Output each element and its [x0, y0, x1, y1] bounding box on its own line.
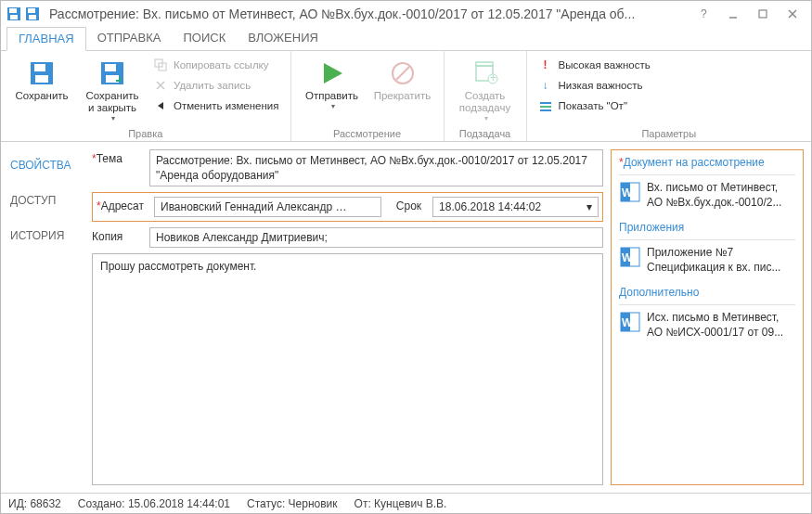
- svg-line-22: [396, 67, 409, 80]
- high-priority-button[interactable]: ! Высокая важность: [535, 55, 654, 75]
- subtask-button[interactable]: + Создать подзадачу ▾: [452, 55, 519, 126]
- dropdown-icon: ▾: [586, 200, 592, 213]
- chevron-down-icon: ▾: [111, 114, 115, 122]
- rp-document-item[interactable]: W Вх. письмо от Метинвест,АО №Вх.бух.док…: [619, 181, 795, 210]
- copy-link-button[interactable]: Копировать ссылку: [149, 55, 283, 75]
- svg-rect-8: [759, 10, 767, 18]
- delete-button[interactable]: Удалить запись: [149, 75, 283, 96]
- deadline-label: Срок: [387, 197, 427, 215]
- show-from-icon: [538, 98, 553, 113]
- delete-icon: [153, 78, 168, 93]
- status-id: ИД: 68632: [8, 497, 61, 510]
- arrow-down-icon: ↓: [538, 78, 553, 93]
- chevron-down-icon: ▾: [331, 102, 335, 110]
- close-button[interactable]: [780, 5, 806, 23]
- subject-input[interactable]: Рассмотрение: Вх. письмо от Метинвест, А…: [149, 149, 603, 186]
- minimize-button[interactable]: [720, 5, 746, 23]
- rp-attachment-item[interactable]: W Приложение №7Спецификация к вх. пис...: [619, 246, 795, 275]
- status-state: Статус: Черновик: [247, 497, 338, 510]
- save-label: Сохранить: [15, 90, 68, 102]
- tab-search[interactable]: ПОИСК: [172, 27, 237, 50]
- svg-rect-4: [28, 8, 35, 13]
- word-icon: W: [619, 181, 641, 203]
- subtask-group-label: Подзадача: [452, 126, 519, 139]
- rp-header-attachments: Приложения: [619, 221, 795, 240]
- help-button[interactable]: ?: [690, 5, 716, 23]
- save-icon: [27, 58, 57, 88]
- tab-main[interactable]: ГЛАВНАЯ: [6, 27, 86, 51]
- svg-text:W: W: [622, 186, 633, 199]
- svg-rect-5: [29, 15, 36, 19]
- subtask-icon: +: [470, 58, 500, 88]
- word-icon: W: [619, 311, 641, 333]
- play-icon: [317, 58, 347, 88]
- svg-rect-28: [540, 106, 551, 108]
- params-group-label: Параметры: [535, 126, 805, 139]
- status-from: От: Кунцевич В.В.: [354, 497, 447, 510]
- status-created: Создано: 15.06.2018 14:44:01: [78, 497, 230, 510]
- svg-rect-29: [540, 109, 551, 111]
- body-textarea[interactable]: Прошу рассмотреть документ.: [92, 253, 603, 485]
- svg-rect-1: [9, 8, 17, 13]
- copy-label: Копия: [92, 227, 144, 243]
- tab-attach[interactable]: ВЛОЖЕНИЯ: [237, 27, 329, 50]
- stop-icon: [388, 58, 418, 88]
- send-button[interactable]: Отправить ▾: [299, 55, 366, 114]
- edit-group-label: Правка: [8, 126, 283, 139]
- subject-label: *Тема: [92, 149, 144, 165]
- rp-header-review-doc: *Документ на рассмотрение: [619, 156, 795, 175]
- svg-text:+: +: [490, 71, 496, 84]
- addressee-label: *Адресат: [97, 197, 148, 212]
- svg-rect-24: [476, 62, 493, 66]
- quick-save-alt-icon[interactable]: [25, 6, 40, 21]
- svg-text:W: W: [622, 316, 633, 329]
- undo-icon: [153, 98, 168, 113]
- rp-header-additional: Дополнительно: [619, 286, 795, 305]
- save-close-icon: [97, 58, 127, 88]
- stop-button[interactable]: Прекратить: [369, 55, 436, 106]
- tab-send[interactable]: ОТПРАВКА: [86, 27, 173, 50]
- svg-rect-2: [10, 15, 18, 19]
- rp-additional-item[interactable]: W Исх. письмо в Метинвест,АО №ИСХ-0001/1…: [619, 311, 795, 340]
- svg-rect-12: [34, 64, 45, 71]
- svg-rect-27: [540, 102, 551, 104]
- show-from-button[interactable]: Показать "От": [535, 96, 654, 116]
- svg-text:?: ?: [701, 8, 707, 19]
- copy-input[interactable]: Новиков Александр Дмитриевич;: [149, 227, 603, 248]
- deadline-input[interactable]: 18.06.2018 14:44:02 ▾: [432, 197, 599, 217]
- chevron-down-icon: ▾: [484, 114, 488, 122]
- review-group-label: Рассмотрение: [299, 126, 436, 139]
- low-priority-button[interactable]: ↓ Низкая важность: [535, 75, 654, 96]
- exclaim-icon: !: [538, 58, 553, 72]
- left-tab-history[interactable]: ИСТОРИЯ: [1, 218, 86, 253]
- save-close-button[interactable]: Сохранить и закрыть ▾: [79, 55, 146, 126]
- window-title: Рассмотрение: Вх. письмо от Метинвест, А…: [44, 6, 687, 21]
- link-icon: [153, 58, 168, 72]
- undo-button[interactable]: Отменить изменения: [149, 96, 283, 116]
- save-button[interactable]: Сохранить: [8, 55, 75, 106]
- maximize-button[interactable]: [750, 5, 776, 23]
- svg-rect-13: [35, 75, 48, 83]
- addressee-input[interactable]: Ивановский Геннадий Александр …: [154, 197, 381, 217]
- svg-text:W: W: [622, 251, 633, 264]
- quick-save-icon[interactable]: [6, 6, 21, 21]
- left-tab-access[interactable]: ДОСТУП: [1, 183, 86, 218]
- left-tab-properties[interactable]: СВОЙСТВА: [1, 148, 86, 183]
- word-icon: W: [619, 246, 641, 268]
- svg-rect-15: [105, 64, 116, 71]
- save-close-label: Сохранить и закрыть: [85, 90, 138, 114]
